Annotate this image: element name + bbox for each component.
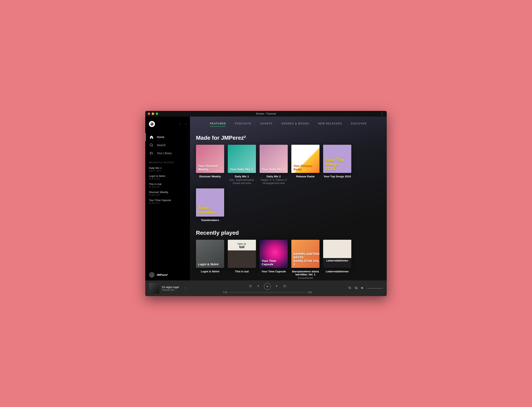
recent-sub: PLAYLIST [149,186,186,188]
cover-text: Your Top Songs 2018 [323,156,351,173]
cover-art: BARNPLANETENS BÄSTA BARNLÅTAR VOL 1 [291,240,320,268]
playlist-card[interactable]: Lugnt & SköntLugnt & Skönt [196,240,224,280]
playlist-card[interactable]: THIS ISIzalThis Is Izal [228,240,256,280]
card-title: Ledarredaktionen [323,270,351,273]
card-subtitle: Kompisbandet [291,277,320,280]
recent-item[interactable]: This Is Izal PLAYLIST [145,181,190,189]
user-avatar [149,272,154,278]
player-bar: En algún lugar Duncan Dhu ♡ 2:46 3:55 [145,280,387,296]
card-title: Daily Mix 1 [228,175,256,178]
previous-icon[interactable] [256,285,259,288]
cover-text: BARNPLANETENS BÄSTA BARNLÅTAR VOL 1 [291,250,320,268]
repeat-icon[interactable] [283,285,286,288]
window-title: Browse - Featured [256,112,276,115]
queue-icon[interactable] [348,286,351,290]
recent-title: Your Time Capsule [149,199,186,202]
volume-icon[interactable] [361,286,364,290]
tab-discover[interactable]: DISCOVER [351,122,367,127]
spotify-logo[interactable] [149,121,155,127]
cover-text: Your Discover Weekly [196,162,224,173]
card-title: Your Top Songs 2018 [323,175,351,178]
cover-art: Ledarredaktionen [323,240,351,268]
tab-charts[interactable]: CHARTS [260,122,272,127]
now-playing-art[interactable] [149,283,159,293]
playlist-card[interactable]: Your Daily Mix 2Daily Mix 2Gayatri, K. S… [260,145,288,185]
recent-title: Discover Weekly [149,191,186,194]
tab-genres-moods[interactable]: GENRES & MOODS [281,122,309,127]
tab-featured[interactable]: FEATURED [210,122,226,127]
playlist-card[interactable]: Your Top Songs 2018Your Top Songs 2018 [323,145,351,185]
recent-title: Lugnt & Skönt [149,174,186,178]
playlist-card[interactable]: BARNPLANETENS BÄSTA BARNLÅTAR VOL 1Barnp… [291,240,320,280]
cover-art: Taste breakers [196,188,224,217]
sidebar-user[interactable]: JMPerez² [145,269,190,280]
recent-item[interactable]: Discover Weekly PLAYLIST [145,189,190,197]
card-subtitle: Gayatri, K. S. Chithra, G Venugopal and … [260,179,288,185]
progress-bar[interactable] [229,292,306,293]
close-window[interactable] [148,112,150,115]
card-title: Tastebreakers [196,219,224,222]
main-area: FEATUREDPODCASTSCHARTSGENRES & MOODSNEW … [190,117,387,280]
volume-slider[interactable] [367,288,383,289]
sidebar: ‹ › Home Search [145,117,190,280]
playlist-card[interactable]: Your Discover WeeklyDiscover Weekly [196,145,224,185]
card-title: Lugnt & Skönt [196,270,224,273]
minimize-window[interactable] [152,112,154,115]
section-heading-recent: Recently played [196,230,381,236]
tab-podcasts[interactable]: PODCASTS [235,122,251,127]
recent-sub: DAILY MIX [149,170,186,172]
browse-tabs: FEATUREDPODCASTSCHARTSGENRES & MOODSNEW … [196,122,381,127]
sidebar-item-library[interactable]: Your Library [145,149,190,157]
playlist-card[interactable]: Your Daily Mix 1Daily Mix 1IZAL, Supersu… [228,145,256,185]
recent-title: Daily Mix 1 [149,166,186,170]
cover-text: Your Daily Mix 2 [260,165,287,173]
recent-item[interactable]: Your Time Capsule PLAYLIST [145,197,190,205]
like-icon[interactable]: ♡ [184,287,186,290]
playlist-card[interactable]: Your Release RadarRelease Radar [291,145,320,185]
cover-art: Your Discover Weekly [196,145,224,173]
section-heading-madefor: Made for JMPerez² [196,135,381,141]
recent-item[interactable]: Daily Mix 1 DAILY MIX [145,165,190,173]
cover-text: Your Time Capsule [260,257,288,268]
cover-text: THIS ISIzal [228,241,256,251]
cover-art: Your Daily Mix 1 [228,145,256,173]
cover-art: Lugnt & Skönt [196,240,224,268]
cover-art: THIS ISIzal [228,240,256,268]
recent-section-label: RECENTLY PLAYED [145,157,190,165]
devices-icon[interactable] [355,286,358,290]
user-name: JMPerez² [156,273,168,276]
recent-sub: PLAYLIST [149,194,186,196]
maximize-window[interactable] [156,112,158,115]
cover-art: Your Daily Mix 2 [260,145,288,173]
svg-point-0 [150,144,153,146]
card-title: Barnplanetens bästa barnlåtar, Vol. 1 [291,270,320,276]
card-title: Discover Weekly [196,175,224,178]
card-title: This Is Izal [228,270,256,273]
cover-text: Ledarredaktionen [323,257,351,264]
play-button[interactable] [264,283,271,290]
traffic-lights [148,112,158,115]
titlebar: Browse - Featured ⋮ [145,111,387,117]
next-icon[interactable] [276,285,278,288]
recent-item[interactable]: Lugnt & Skönt PLAYLIST [145,173,190,181]
playlist-card[interactable]: LedarredaktionenLedarredaktionen [323,240,351,280]
cover-art: Your Top Songs 2018 [323,145,351,173]
card-title: Release Radar [291,175,320,178]
now-playing-artist[interactable]: Duncan Dhu [162,289,179,291]
nav-forward-icon[interactable]: › [185,122,186,126]
window-menu-icon[interactable]: ⋮ [380,112,384,116]
recent-title: This Is Izal [149,183,186,186]
sidebar-item-search[interactable]: Search [145,141,190,149]
tab-new-releases[interactable]: NEW RELEASES [318,122,342,127]
home-icon [149,135,154,139]
sidebar-label: Your Library [157,152,172,155]
library-icon [149,151,154,155]
nav-back-icon[interactable]: ‹ [179,122,181,126]
sidebar-item-home[interactable]: Home [145,133,190,141]
playlist-card[interactable]: Your Time CapsuleYour Time Capsule [260,240,288,280]
shuffle-icon[interactable] [249,285,252,288]
playlist-card[interactable]: Taste breakersTastebreakers [196,188,224,222]
now-playing-title[interactable]: En algún lugar [162,286,179,289]
card-subtitle: IZAL, Supersubmarina, Amaral and more [228,179,256,185]
svg-line-4 [152,152,153,154]
